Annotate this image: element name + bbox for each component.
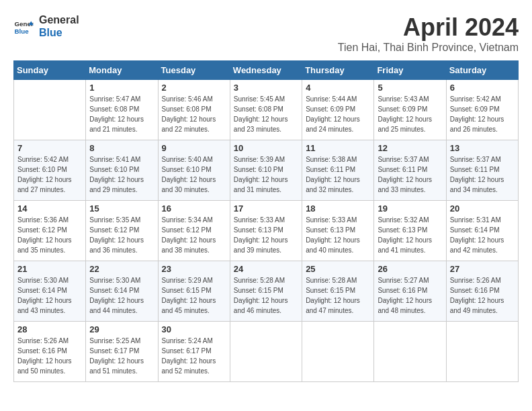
calendar-cell: 9 Sunrise: 5:40 AMSunset: 6:10 PMDayligh… — [158, 140, 230, 201]
day-info: Sunrise: 5:41 AMSunset: 6:10 PMDaylight:… — [89, 154, 154, 195]
day-info: Sunrise: 5:40 AMSunset: 6:10 PMDaylight:… — [162, 154, 226, 195]
day-number: 18 — [306, 203, 370, 214]
day-number: 13 — [450, 143, 515, 153]
day-number: 26 — [378, 264, 442, 274]
weekday-header: Thursday — [302, 61, 374, 80]
weekday-header: Tuesday — [158, 61, 230, 80]
weekday-header: Saturday — [446, 61, 518, 80]
weekday-header: Friday — [374, 61, 446, 80]
calendar-cell: 22 Sunrise: 5:30 AMSunset: 6:14 PMDaylig… — [86, 261, 158, 322]
calendar-cell: 20 Sunrise: 5:31 AMSunset: 6:14 PMDaylig… — [446, 201, 518, 261]
day-number: 16 — [162, 203, 226, 214]
calendar-cell: 6 Sunrise: 5:42 AMSunset: 6:09 PMDayligh… — [446, 80, 518, 140]
calendar-week-row: 1 Sunrise: 5:47 AMSunset: 6:08 PMDayligh… — [14, 80, 519, 140]
calendar-week-row: 7 Sunrise: 5:42 AMSunset: 6:10 PMDayligh… — [14, 140, 519, 201]
calendar-cell: 7 Sunrise: 5:42 AMSunset: 6:10 PMDayligh… — [14, 140, 86, 201]
calendar-week-row: 28 Sunrise: 5:26 AMSunset: 6:16 PMDaylig… — [14, 322, 519, 382]
calendar-cell: 3 Sunrise: 5:45 AMSunset: 6:08 PMDayligh… — [230, 80, 302, 140]
day-info: Sunrise: 5:47 AMSunset: 6:08 PMDaylight:… — [89, 94, 154, 134]
day-info: Sunrise: 5:27 AMSunset: 6:16 PMDaylight:… — [378, 275, 442, 316]
day-info: Sunrise: 5:28 AMSunset: 6:15 PMDaylight:… — [306, 275, 370, 316]
calendar-cell: 8 Sunrise: 5:41 AMSunset: 6:10 PMDayligh… — [86, 140, 158, 201]
day-number: 5 — [378, 83, 442, 93]
calendar-cell: 27 Sunrise: 5:26 AMSunset: 6:16 PMDaylig… — [446, 261, 518, 322]
day-number: 6 — [450, 83, 515, 93]
calendar-week-row: 14 Sunrise: 5:36 AMSunset: 6:12 PMDaylig… — [14, 201, 519, 261]
weekday-header: Wednesday — [230, 61, 302, 80]
day-info: Sunrise: 5:37 AMSunset: 6:11 PMDaylight:… — [378, 154, 442, 195]
day-info: Sunrise: 5:43 AMSunset: 6:09 PMDaylight:… — [378, 94, 442, 134]
calendar-cell: 19 Sunrise: 5:32 AMSunset: 6:13 PMDaylig… — [374, 201, 446, 261]
day-number: 9 — [162, 143, 226, 153]
day-info: Sunrise: 5:24 AMSunset: 6:17 PMDaylight:… — [162, 336, 226, 376]
day-info: Sunrise: 5:42 AMSunset: 6:09 PMDaylight:… — [450, 94, 515, 134]
day-info: Sunrise: 5:25 AMSunset: 6:17 PMDaylight:… — [89, 336, 154, 376]
calendar-week-row: 21 Sunrise: 5:30 AMSunset: 6:14 PMDaylig… — [14, 261, 519, 322]
day-number: 3 — [234, 83, 298, 93]
day-number: 23 — [162, 264, 226, 274]
calendar-cell: 16 Sunrise: 5:34 AMSunset: 6:12 PMDaylig… — [158, 201, 230, 261]
calendar-cell — [374, 322, 446, 382]
day-info: Sunrise: 5:39 AMSunset: 6:10 PMDaylight:… — [234, 154, 298, 195]
day-info: Sunrise: 5:46 AMSunset: 6:08 PMDaylight:… — [162, 94, 226, 134]
day-info: Sunrise: 5:26 AMSunset: 6:16 PMDaylight:… — [17, 336, 82, 376]
day-number: 8 — [89, 143, 154, 153]
logo-text-blue: Blue — [39, 26, 79, 39]
location-title: Tien Hai, Thai Binh Province, Vietnam — [338, 42, 519, 54]
day-info: Sunrise: 5:36 AMSunset: 6:12 PMDaylight:… — [17, 215, 82, 255]
calendar-cell — [14, 80, 86, 140]
day-number: 17 — [234, 203, 298, 214]
calendar-cell: 21 Sunrise: 5:30 AMSunset: 6:14 PMDaylig… — [14, 261, 86, 322]
day-number: 10 — [234, 143, 298, 153]
calendar-cell: 26 Sunrise: 5:27 AMSunset: 6:16 PMDaylig… — [374, 261, 446, 322]
calendar-cell: 2 Sunrise: 5:46 AMSunset: 6:08 PMDayligh… — [158, 80, 230, 140]
day-number: 21 — [17, 264, 82, 274]
calendar-cell: 13 Sunrise: 5:37 AMSunset: 6:11 PMDaylig… — [446, 140, 518, 201]
day-number: 25 — [306, 264, 370, 274]
calendar-cell: 17 Sunrise: 5:33 AMSunset: 6:13 PMDaylig… — [230, 201, 302, 261]
calendar-cell: 5 Sunrise: 5:43 AMSunset: 6:09 PMDayligh… — [374, 80, 446, 140]
calendar-cell: 30 Sunrise: 5:24 AMSunset: 6:17 PMDaylig… — [158, 322, 230, 382]
month-title: April 2024 — [338, 13, 519, 42]
header-row: SundayMondayTuesdayWednesdayThursdayFrid… — [14, 61, 519, 80]
day-number: 24 — [234, 264, 298, 274]
calendar-cell: 24 Sunrise: 5:28 AMSunset: 6:15 PMDaylig… — [230, 261, 302, 322]
day-number: 15 — [89, 203, 154, 214]
day-number: 11 — [306, 143, 370, 153]
day-number: 1 — [89, 83, 154, 93]
calendar-cell: 10 Sunrise: 5:39 AMSunset: 6:10 PMDaylig… — [230, 140, 302, 201]
calendar-cell: 25 Sunrise: 5:28 AMSunset: 6:15 PMDaylig… — [302, 261, 374, 322]
day-info: Sunrise: 5:45 AMSunset: 6:08 PMDaylight:… — [234, 94, 298, 134]
calendar-cell: 15 Sunrise: 5:35 AMSunset: 6:12 PMDaylig… — [86, 201, 158, 261]
calendar-cell: 11 Sunrise: 5:38 AMSunset: 6:11 PMDaylig… — [302, 140, 374, 201]
day-info: Sunrise: 5:32 AMSunset: 6:13 PMDaylight:… — [378, 215, 442, 255]
day-number: 7 — [17, 143, 82, 153]
logo-text-general: General — [39, 13, 79, 26]
page-header: General Blue General Blue April 2024 Tie… — [13, 13, 519, 54]
day-number: 4 — [306, 83, 370, 93]
logo: General Blue General Blue — [13, 13, 79, 39]
day-number: 12 — [378, 143, 442, 153]
day-number: 14 — [17, 203, 82, 214]
title-section: April 2024 Tien Hai, Thai Binh Province,… — [338, 13, 519, 54]
day-number: 28 — [17, 324, 82, 334]
calendar-cell — [302, 322, 374, 382]
day-info: Sunrise: 5:37 AMSunset: 6:11 PMDaylight:… — [450, 154, 515, 195]
day-number: 2 — [162, 83, 226, 93]
day-number: 27 — [450, 264, 515, 274]
calendar-cell — [230, 322, 302, 382]
day-number: 29 — [89, 324, 154, 334]
day-number: 19 — [378, 203, 442, 214]
day-info: Sunrise: 5:29 AMSunset: 6:15 PMDaylight:… — [162, 275, 226, 316]
day-info: Sunrise: 5:26 AMSunset: 6:16 PMDaylight:… — [450, 275, 515, 316]
weekday-header: Monday — [86, 61, 158, 80]
day-info: Sunrise: 5:28 AMSunset: 6:15 PMDaylight:… — [234, 275, 298, 316]
svg-text:Blue: Blue — [15, 28, 30, 35]
calendar-cell: 18 Sunrise: 5:33 AMSunset: 6:13 PMDaylig… — [302, 201, 374, 261]
calendar-cell: 23 Sunrise: 5:29 AMSunset: 6:15 PMDaylig… — [158, 261, 230, 322]
calendar-table: SundayMondayTuesdayWednesdayThursdayFrid… — [13, 60, 519, 382]
day-info: Sunrise: 5:34 AMSunset: 6:12 PMDaylight:… — [162, 215, 226, 255]
calendar-cell: 29 Sunrise: 5:25 AMSunset: 6:17 PMDaylig… — [86, 322, 158, 382]
day-info: Sunrise: 5:33 AMSunset: 6:13 PMDaylight:… — [234, 215, 298, 255]
day-info: Sunrise: 5:31 AMSunset: 6:14 PMDaylight:… — [450, 215, 515, 255]
